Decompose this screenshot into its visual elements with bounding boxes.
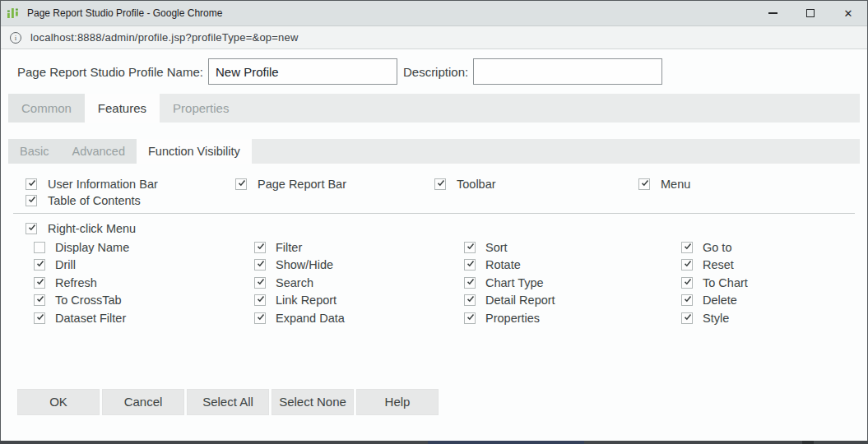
window-title: Page Report Studio Profile - Google Chro… — [27, 7, 222, 19]
checkbox-item: Display Name — [34, 238, 254, 257]
checkbox-label: Table of Contents — [48, 194, 141, 207]
address-bar: localhost:8888/admin/profile.jsp?profile… — [1, 26, 867, 49]
feature-cell: Toolbar — [434, 176, 638, 192]
checkbox-label: Menu — [661, 178, 690, 191]
checked-checkbox[interactable] — [434, 178, 446, 190]
checkbox-label: Rotate — [485, 258, 521, 271]
background-window-fragment — [428, 441, 584, 444]
popup-window: Page Report Studio Profile - Google Chro… — [0, 0, 868, 444]
feature-cell: Page Report Bar — [235, 176, 434, 192]
checkbox-item: Table of Contents — [26, 192, 235, 209]
checkbox-label: Delete — [703, 294, 737, 307]
feature-checkbox-group: User Information BarPage Report BarToolb… — [1, 176, 867, 209]
site-info-icon[interactable] — [10, 32, 21, 44]
checkbox-item: User Information Bar — [26, 176, 235, 192]
checkbox-label: Filter — [276, 241, 302, 254]
checkbox-item: Page Report Bar — [235, 176, 434, 192]
select-all-button[interactable]: Select All — [187, 389, 269, 415]
checked-checkbox[interactable] — [464, 312, 476, 324]
checked-checkbox[interactable] — [254, 294, 266, 306]
profile-form: Page Report Studio Profile Name: Descrip… — [17, 58, 867, 85]
right-click-menu-column: FilterShow/HideSearchLink ReportExpand D… — [254, 238, 464, 327]
subtab-advanced[interactable]: Advanced — [60, 139, 137, 164]
help-button[interactable]: Help — [356, 389, 439, 415]
window-titlebar[interactable]: Page Report Studio Profile - Google Chro… — [1, 1, 867, 26]
checkbox-item: Expand Data — [254, 309, 464, 327]
checked-checkbox[interactable] — [34, 259, 45, 271]
checked-checkbox[interactable] — [235, 178, 247, 190]
checked-checkbox[interactable] — [34, 312, 45, 324]
checkbox-item: Delete — [681, 292, 748, 310]
select-none-button[interactable]: Select None — [272, 389, 354, 415]
description-label: Description: — [403, 65, 468, 79]
checked-checkbox[interactable] — [681, 259, 693, 271]
checkbox-item: Refresh — [34, 274, 254, 292]
maximize-icon — [806, 9, 815, 17]
checkbox-label: Chart Type — [485, 276, 544, 289]
right-click-menu-parent: Right-click Menu — [1, 220, 867, 237]
feature-cell: User Information Bar — [26, 176, 235, 192]
maximize-button[interactable] — [791, 1, 829, 25]
ok-button[interactable]: OK — [17, 389, 100, 415]
feature-cell: Table of Contents — [26, 192, 235, 209]
checked-checkbox[interactable] — [254, 277, 266, 289]
description-input[interactable] — [473, 58, 662, 85]
checkbox-label: Page Report Bar — [258, 178, 346, 191]
checked-checkbox[interactable] — [254, 259, 266, 271]
window-controls — [754, 1, 867, 25]
checked-checkbox[interactable] — [254, 242, 266, 253]
feature-row-2: Table of Contents — [1, 192, 867, 209]
checkbox-label: Detail Report — [485, 294, 555, 307]
minimize-button[interactable] — [754, 1, 791, 25]
feature-subtabs: Basic Advanced Function Visibility — [8, 139, 860, 164]
right-click-menu-grid: Display NameDrillRefreshTo CrossTabDatas… — [1, 238, 867, 327]
checked-checkbox[interactable] — [34, 294, 45, 306]
close-icon — [844, 7, 853, 20]
checked-checkbox[interactable] — [464, 259, 476, 271]
tab-features[interactable]: Features — [85, 94, 160, 123]
checked-checkbox[interactable] — [464, 277, 476, 289]
checkbox-item: Style — [681, 309, 748, 327]
checked-checkbox[interactable] — [638, 178, 650, 190]
close-button[interactable] — [829, 1, 867, 25]
checkbox-item: Go to — [681, 238, 748, 257]
checked-checkbox[interactable] — [681, 242, 693, 253]
checked-checkbox[interactable] — [34, 277, 45, 289]
section-divider — [13, 213, 855, 214]
checked-checkbox[interactable] — [464, 294, 476, 306]
checked-checkbox[interactable] — [464, 242, 476, 253]
subtab-basic[interactable]: Basic — [8, 139, 60, 164]
tab-common[interactable]: Common — [8, 94, 85, 123]
checked-checkbox[interactable] — [254, 312, 266, 324]
checkbox-item: Right-click Menu — [26, 220, 867, 237]
unchecked-checkbox[interactable] — [34, 242, 45, 253]
checked-checkbox[interactable] — [26, 195, 37, 206]
main-tabs: Common Features Properties — [8, 94, 860, 123]
right-click-menu-column: Display NameDrillRefreshTo CrossTabDatas… — [34, 238, 254, 327]
checkbox-label: Dataset Filter — [55, 312, 126, 325]
cancel-button[interactable]: Cancel — [102, 389, 184, 415]
checkbox-label: Properties — [485, 312, 540, 325]
checkbox-item: Detail Report — [464, 292, 681, 310]
checked-checkbox[interactable] — [681, 294, 693, 306]
checkbox-label: To Chart — [703, 276, 748, 289]
checkbox-item: Dataset Filter — [34, 309, 254, 327]
checked-checkbox[interactable] — [681, 312, 693, 324]
checked-checkbox[interactable] — [681, 277, 693, 289]
right-click-menu-column: Go toResetTo ChartDeleteStyle — [681, 238, 748, 327]
checkbox-item: Menu — [638, 176, 690, 192]
profile-name-input[interactable] — [208, 58, 397, 85]
url-text: localhost:8888/admin/profile.jsp?profile… — [30, 31, 299, 44]
checkbox-item: Link Report — [254, 292, 464, 310]
checked-checkbox[interactable] — [26, 223, 37, 234]
checkbox-label: Style — [703, 312, 729, 325]
checkbox-item: Show/Hide — [254, 257, 464, 275]
checkbox-label: Right-click Menu — [48, 222, 136, 235]
checked-checkbox[interactable] — [26, 178, 37, 190]
subtab-function-visibility[interactable]: Function Visibility — [137, 139, 252, 164]
checkbox-label: Link Report — [276, 294, 337, 307]
tab-properties[interactable]: Properties — [160, 94, 242, 123]
checkbox-label: Drill — [55, 258, 76, 271]
checkbox-item: To Chart — [681, 274, 748, 292]
app-logo-icon — [7, 7, 21, 20]
